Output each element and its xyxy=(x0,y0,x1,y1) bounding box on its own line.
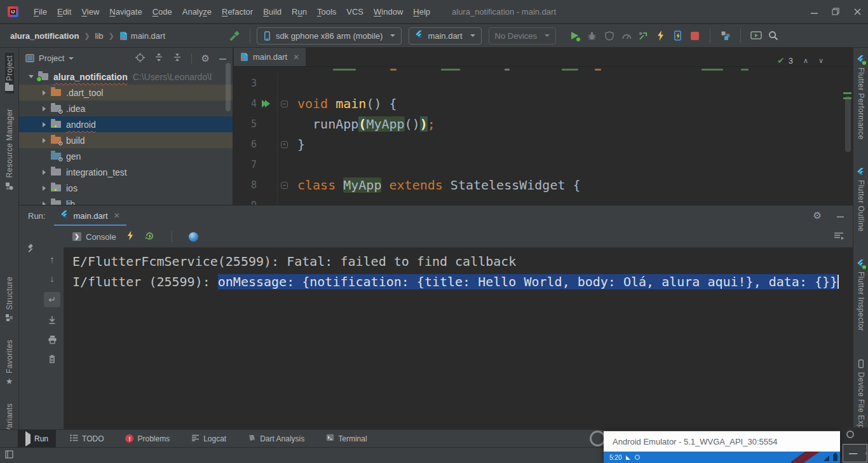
tool-window-button-flutter-inspector[interactable]: Flutter Inspector xyxy=(857,257,865,334)
hot-restart-device-button[interactable] xyxy=(669,27,686,45)
tree-item-lib[interactable]: lib xyxy=(19,196,233,205)
down-stack-trace-button[interactable]: ↓ xyxy=(50,273,55,284)
dart-devtools-icon[interactable] xyxy=(189,232,198,242)
tree-item-.idea[interactable]: .idea xyxy=(19,100,233,116)
fold-marker-icon[interactable]: − xyxy=(281,100,288,107)
minimize-button[interactable] xyxy=(803,0,825,24)
android-emulator-window[interactable]: Android Emulator - 5.1_WVGA_API_30:5554 … xyxy=(604,431,840,463)
tool-window-button-todo[interactable]: TODO xyxy=(62,430,111,448)
menu-build[interactable]: Build xyxy=(258,4,287,19)
search-everywhere-button[interactable] xyxy=(764,27,782,45)
chevron-right-icon[interactable] xyxy=(38,170,50,175)
hide-panel-button[interactable] xyxy=(219,53,226,63)
debug-button[interactable] xyxy=(583,27,600,45)
emulator-button[interactable] xyxy=(747,27,764,45)
tree-item-integration_test[interactable]: integration_test xyxy=(19,164,233,180)
tree-item-gen[interactable]: gen xyxy=(19,148,233,164)
menu-analyze[interactable]: Analyze xyxy=(177,4,217,19)
console-layout-icon[interactable] xyxy=(834,232,844,242)
flutter-attach-button[interactable] xyxy=(635,27,652,45)
run-button[interactable] xyxy=(566,27,583,45)
hot-reload-button[interactable] xyxy=(126,231,134,242)
menu-view[interactable]: View xyxy=(76,4,104,19)
chevron-right-icon[interactable] xyxy=(38,186,50,191)
menu-file[interactable]: File xyxy=(29,4,52,19)
menu-vcs[interactable]: VCS xyxy=(341,4,369,19)
tool-window-button-logcat[interactable]: Logcat xyxy=(184,430,234,448)
tool-window-button-favorites[interactable]: Favorites★ xyxy=(5,337,14,388)
chevron-right-icon[interactable] xyxy=(38,90,50,95)
hot-reload-button[interactable] xyxy=(652,27,669,45)
build-hammer-button[interactable] xyxy=(226,27,243,45)
profiler-button[interactable] xyxy=(618,27,635,45)
menu-window[interactable]: Window xyxy=(369,4,408,19)
toolwindow-toggle-icon[interactable] xyxy=(5,450,13,460)
editor-scrollbar[interactable] xyxy=(845,96,851,152)
settings-gear-icon[interactable]: ⚙ xyxy=(201,53,210,64)
run-config-selector[interactable]: main.dart xyxy=(409,27,481,45)
chevron-right-icon[interactable] xyxy=(38,106,50,111)
settings-gear-icon[interactable]: ⚙ xyxy=(813,210,822,221)
chevron-right-icon[interactable] xyxy=(38,122,50,127)
tool-window-button-project[interactable]: Project xyxy=(5,53,14,93)
fold-end-marker-icon[interactable]: ^ xyxy=(281,141,288,148)
menu-edit[interactable]: Edit xyxy=(52,4,76,19)
scroll-to-end-button[interactable] xyxy=(48,315,57,327)
run-tab-main-dart[interactable]: main.dart ✕ xyxy=(54,205,126,226)
breadcrumb-dir[interactable]: lib xyxy=(95,31,104,41)
up-stack-trace-button[interactable]: ↑ xyxy=(50,254,55,265)
code-area[interactable]: 34−void main() {5 runApp(MyApp());6^}78−… xyxy=(234,67,853,205)
chevron-down-icon[interactable] xyxy=(25,75,37,78)
tool-window-button-resource-manager[interactable]: Resource Manager xyxy=(5,106,14,192)
tool-window-button-terminal[interactable]: Terminal xyxy=(318,430,374,448)
close-button[interactable] xyxy=(846,0,868,24)
prev-problem-button[interactable]: ∧ xyxy=(803,57,808,65)
tool-window-button-run[interactable]: Run xyxy=(18,430,56,448)
tool-window-button-problems[interactable]: !Problems xyxy=(118,430,177,448)
editor-tab-main-dart[interactable]: main.dart ✕ xyxy=(234,48,306,66)
menu-code[interactable]: Code xyxy=(147,4,177,19)
menu-refactor[interactable]: Refactor xyxy=(217,4,258,19)
tree-item-android[interactable]: android xyxy=(19,116,233,132)
hot-restart-button[interactable] xyxy=(144,231,155,243)
tree-item-alura_notification[interactable]: alura_notificationC:\Users\Leonardo\l xyxy=(19,69,233,85)
stop-button[interactable] xyxy=(686,27,703,45)
print-button[interactable] xyxy=(48,335,57,346)
breadcrumb-project[interactable]: alura_notification xyxy=(10,31,79,41)
coverage-button[interactable] xyxy=(600,27,618,45)
console-tab[interactable]: ❯ Console xyxy=(72,232,116,242)
menu-navigate[interactable]: Navigate xyxy=(104,4,147,19)
breadcrumb-file[interactable]: main.dart xyxy=(119,31,165,41)
tree-item-build[interactable]: build xyxy=(19,132,233,148)
clear-console-trash-icon[interactable] xyxy=(48,354,57,366)
console-output[interactable]: E/FlutterFcmService(25599): Fatal: faile… xyxy=(64,247,853,429)
tool-window-button-flutter-performance[interactable]: Flutter Performance xyxy=(857,53,865,142)
project-structure-button[interactable] xyxy=(717,27,734,45)
tool-window-button-flutter-outline[interactable]: Flutter Outline xyxy=(857,165,865,234)
menu-run[interactable]: Run xyxy=(287,4,312,19)
chevron-right-icon[interactable] xyxy=(38,138,50,143)
tree-item-ios[interactable]: ios xyxy=(19,180,233,196)
run-gutter-icon[interactable] xyxy=(262,100,270,107)
emulator-title-bar[interactable]: Android Emulator - 5.1_WVGA_API_30:5554 xyxy=(604,431,840,452)
next-problem-button[interactable]: ∨ xyxy=(818,57,824,65)
locate-file-button[interactable] xyxy=(135,53,145,64)
tool-window-button-dart-analysis[interactable]: Dart Analysis xyxy=(240,430,312,448)
expand-all-button[interactable] xyxy=(154,53,163,64)
hide-panel-button[interactable] xyxy=(837,211,844,221)
collapse-all-button[interactable] xyxy=(173,53,182,64)
close-tab-icon[interactable]: ✕ xyxy=(114,211,120,220)
menu-help[interactable]: Help xyxy=(408,4,435,19)
device-selector[interactable]: sdk gphone x86 arm (mobile) xyxy=(257,27,402,45)
close-tab-icon[interactable]: ✕ xyxy=(293,53,299,62)
tree-scrollbar[interactable] xyxy=(226,63,231,111)
soft-wrap-button[interactable]: ↵ xyxy=(44,292,60,307)
tool-window-button-structure[interactable]: Structure xyxy=(5,274,14,324)
emulator-minimize-icon[interactable]: — xyxy=(849,448,857,458)
inspections-widget[interactable]: ✔ 3 ∧ ∨ xyxy=(777,55,824,66)
emulator-rotate-icon[interactable] xyxy=(846,431,854,438)
tree-item-.dart_tool[interactable]: .dart_tool xyxy=(19,85,233,100)
menu-tools[interactable]: Tools xyxy=(312,4,341,19)
pin-icon[interactable] xyxy=(25,244,35,255)
fold-marker-icon[interactable]: − xyxy=(281,182,288,189)
